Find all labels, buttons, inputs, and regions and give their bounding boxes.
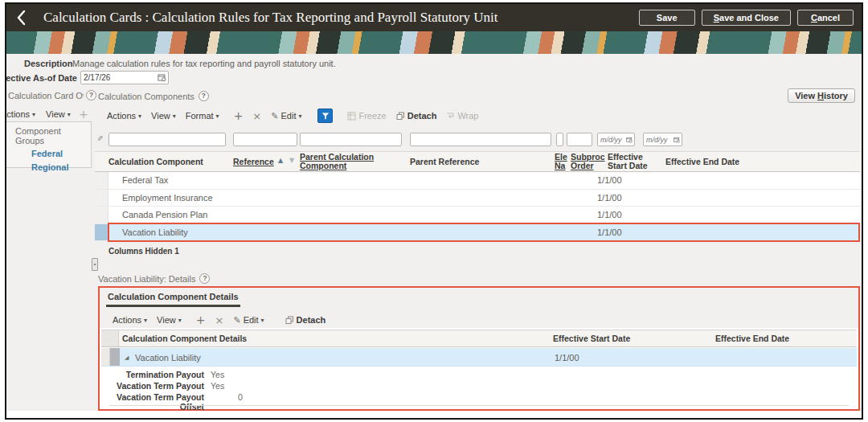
tree-root-label: Component Groups	[15, 126, 91, 145]
page-content: Description Manage calculation rules for…	[6, 54, 862, 418]
sidebar-help-icon[interactable]: ?	[86, 90, 96, 100]
table-row-vacation-liability-selected[interactable]: Vacation Liability 1/1/00	[95, 224, 860, 242]
filter-element-name-input[interactable]	[556, 133, 563, 146]
column-header-subproc-order[interactable]: Subproc Order	[571, 153, 606, 170]
field-label-termination-payout: Termination Payout	[100, 370, 204, 379]
chevron-down-icon: ▾	[216, 113, 219, 120]
chevron-down-icon: ▾	[178, 317, 182, 324]
add-row-icon[interactable]: +	[234, 109, 244, 122]
columns-hidden-status: Columns Hidden 1	[108, 247, 179, 256]
actions-menu[interactable]: Actions▾	[107, 111, 141, 121]
sidebar-toolbar: Actions▾ View▾	[5, 109, 71, 119]
chevron-down-icon: ▾	[68, 111, 71, 118]
details-delete-row-icon[interactable]: ×	[215, 314, 224, 326]
column-header-parent-calculation-component[interactable]: Parent Calculation Component	[300, 153, 393, 170]
row-header-cell[interactable]	[95, 207, 108, 223]
table-row-federal-tax[interactable]: Federal Tax 1/1/00	[95, 172, 860, 190]
row-header-cell[interactable]	[95, 190, 108, 207]
details-column-header-name[interactable]: Calculation Component Details	[122, 334, 247, 343]
sidebar-title: Calculation Card Overview	[8, 91, 84, 100]
sort-descending-icon[interactable]: ▼	[289, 157, 294, 164]
page-title: Calculation Cards : Calculation Rules fo…	[43, 10, 639, 26]
filter-parent-reference-input[interactable]	[410, 133, 551, 146]
cancel-button[interactable]: Cancel	[797, 10, 854, 26]
tree-item-federal[interactable]: Federal	[31, 149, 91, 158]
components-table-body: Federal Tax 1/1/00 Employment Insurance …	[95, 172, 860, 241]
details-column-header-effective-end-date[interactable]: Effective End Date	[715, 334, 789, 343]
view-history-button[interactable]: View History	[788, 88, 855, 103]
column-header-element-name[interactable]: Ele Na	[555, 153, 569, 170]
column-header-effective-end-date[interactable]: Effective End Date	[665, 158, 739, 166]
sidebar-view-menu[interactable]: View▾	[46, 109, 71, 119]
panel-splitter-handle[interactable]: •	[92, 258, 98, 271]
effective-as-of-date-field	[80, 71, 169, 84]
detach-button[interactable]: Detach	[396, 111, 437, 121]
details-detach-button[interactable]: Detach	[285, 315, 326, 325]
components-help-icon[interactable]: ?	[199, 91, 209, 101]
detach-icon	[285, 316, 294, 325]
components-toolbar: Actions▾ View▾ Format▾ + × ✎Edit▾ Freeze…	[107, 109, 479, 123]
details-view-menu[interactable]: View▾	[157, 315, 182, 325]
details-row-vacation-liability[interactable]: ◢ Vacation Liability 1/1/00	[101, 348, 857, 367]
field-value-termination-payout: Yes	[211, 370, 224, 379]
filter-parent-calculation-component-input[interactable]	[300, 133, 402, 146]
filter-effective-end-date-input[interactable]	[646, 134, 674, 145]
pencil-icon: ✎	[271, 111, 278, 121]
filter-reference-input[interactable]	[233, 133, 297, 146]
details-column-header-effective-start-date[interactable]: Effective Start Date	[553, 334, 630, 343]
calendar-icon[interactable]	[674, 136, 680, 144]
field-value-vacation-term-payout: Yes	[211, 381, 224, 391]
delete-row-icon[interactable]: ×	[252, 110, 261, 122]
details-actions-menu[interactable]: Actions▾	[113, 315, 147, 325]
format-menu[interactable]: Format▾	[186, 111, 219, 121]
filter-calculation-component-input[interactable]	[108, 133, 226, 146]
wrap-button[interactable]: Wrap	[446, 111, 478, 121]
freeze-button[interactable]: Freeze	[347, 111, 386, 121]
pencil-icon: ✎	[233, 315, 240, 326]
row-effective-start-date: 1/1/00	[597, 193, 622, 203]
tab-calculation-component-details[interactable]: Calculation Component Details	[106, 290, 240, 307]
sort-ascending-icon[interactable]: ▲	[278, 157, 283, 164]
effective-as-of-date-input[interactable]	[84, 72, 158, 83]
edit-menu[interactable]: ✎Edit▾	[271, 111, 301, 121]
details-edit-menu[interactable]: ✎Edit▾	[233, 315, 264, 326]
column-header-effective-start-date[interactable]: Effective Start Date	[608, 153, 649, 170]
filter-subproc-order-input[interactable]	[567, 133, 592, 146]
components-section-title: Calculation Components ?	[98, 91, 209, 101]
row-header-cell[interactable]	[95, 172, 108, 189]
back-button[interactable]	[16, 9, 31, 27]
column-header-parent-reference[interactable]: Parent Reference	[410, 158, 479, 166]
wrap-icon	[446, 112, 455, 120]
details-add-row-icon[interactable]: +	[196, 313, 206, 326]
save-button[interactable]: Save	[639, 10, 695, 26]
sidebar-actions-menu[interactable]: Actions▾	[5, 109, 35, 119]
details-help-icon[interactable]: ?	[199, 273, 210, 284]
table-row-canada-pension-plan[interactable]: Canada Pension Plan 1/1/00	[95, 207, 860, 224]
save-and-close-button[interactable]: Save and Close	[702, 10, 791, 26]
details-divider	[109, 405, 849, 406]
effective-as-of-date-label: Effective As-of Date	[5, 73, 77, 83]
column-header-reference[interactable]: Reference	[233, 158, 274, 166]
chevron-down-icon: ▾	[261, 317, 264, 324]
view-menu[interactable]: View▾	[151, 111, 176, 121]
filter-effective-start-date-input[interactable]	[600, 134, 626, 145]
page-header: Calculation Cards : Calculation Rules fo…	[6, 4, 862, 31]
details-row-effective-start-date: 1/1/00	[555, 353, 579, 363]
detach-icon	[396, 112, 405, 121]
chevron-down-icon: ▾	[298, 113, 301, 120]
row-effective-start-date: 1/1/00	[597, 227, 622, 237]
tree-item-regional[interactable]: Regional	[31, 162, 91, 172]
query-by-example-button[interactable]	[317, 109, 333, 123]
bottom-whitespace	[6, 411, 862, 418]
row-header-cell[interactable]	[95, 224, 108, 241]
calendar-icon[interactable]	[626, 136, 633, 144]
calendar-icon[interactable]	[158, 73, 166, 82]
row-expand-icon[interactable]: ◢	[125, 354, 129, 361]
columns-hidden-count: 1	[174, 247, 179, 256]
row-effective-start-date: 1/1/00	[597, 210, 622, 219]
sidebar-add-icon[interactable]: +	[79, 108, 88, 121]
field-label-vacation-term-payout-offset: Vacation Term Payout Offset	[100, 392, 204, 412]
column-header-calculation-component[interactable]: Calculation Component	[108, 158, 203, 166]
details-header-gutter	[101, 330, 119, 346]
table-row-employment-insurance[interactable]: Employment Insurance 1/1/00	[95, 190, 860, 207]
